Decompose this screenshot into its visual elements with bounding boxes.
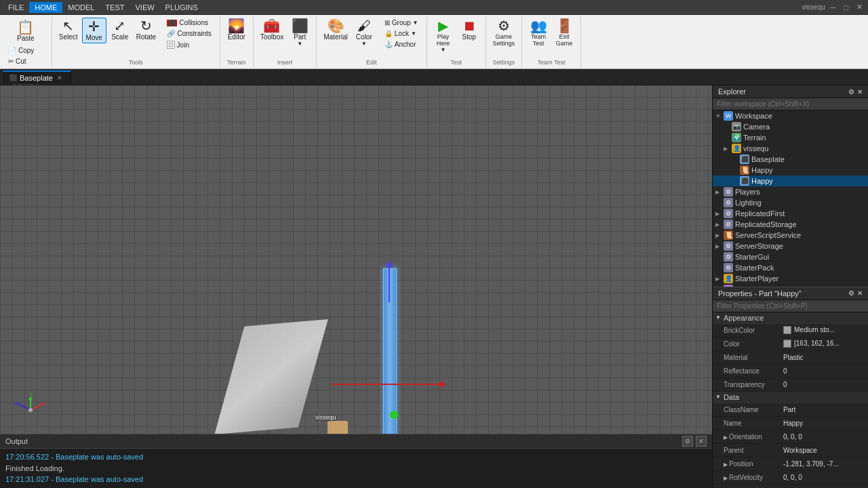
prop-section-appearance[interactable]: ▼ Appearance bbox=[713, 312, 868, 324]
explorer-close-btn[interactable]: ✕ bbox=[857, 88, 863, 96]
tree-arrow-players[interactable]: ▶ bbox=[715, 189, 724, 195]
tab-baseplate-label: Baseplate bbox=[20, 74, 53, 82]
tree-label-baseplate: Baseplate bbox=[751, 155, 785, 163]
prop-expand-arrow[interactable]: ▶ bbox=[724, 434, 728, 441]
prop-expand-arrow[interactable]: ▶ bbox=[724, 475, 728, 481]
tree-item-players[interactable]: ▶⚙Players bbox=[713, 186, 868, 197]
tree-label-serverstorage: ServerStorage bbox=[735, 242, 783, 250]
tree-item-serverscriptservice[interactable]: ▶📜ServerScriptService bbox=[713, 230, 868, 241]
select-button[interactable]: ↖ Select bbox=[56, 18, 81, 42]
prop-value-position[interactable]: -1.281, 3.709, -7... bbox=[781, 459, 868, 469]
tab-baseplate[interactable]: ⬛ Baseplate ✕ bbox=[3, 70, 71, 84]
tree-item-startergui[interactable]: ⚙StarterGui bbox=[713, 251, 868, 262]
explorer-controls: ⚙ ✕ bbox=[848, 88, 863, 96]
tree-item-terrain[interactable]: 🌍Terrain bbox=[713, 132, 868, 143]
prop-value-material[interactable]: Plastic bbox=[781, 352, 868, 363]
material-button[interactable]: 🎨 Material bbox=[321, 18, 351, 42]
output-settings-btn[interactable]: ⚙ bbox=[682, 436, 693, 447]
prop-row-orientation: ▶Orientation0, 0, 0 bbox=[713, 430, 868, 444]
tree-item-baseplate[interactable]: ⬛Baseplate bbox=[713, 154, 868, 165]
part-button[interactable]: ⬛ Part ▼ bbox=[288, 18, 312, 48]
color-button[interactable]: 🖌 Color ▼ bbox=[352, 18, 376, 48]
join-button[interactable]: □ Join bbox=[163, 39, 216, 50]
menu-home[interactable]: HOME bbox=[29, 2, 62, 13]
tree-arrow-workspace[interactable]: ▼ bbox=[715, 113, 724, 119]
prop-value-classname[interactable]: Part bbox=[781, 405, 868, 415]
game-settings-button[interactable]: ⚙ GameSettings bbox=[490, 18, 518, 48]
tree-arrow-replicatedfirst[interactable]: ▶ bbox=[715, 211, 724, 217]
tree-item-starterpack[interactable]: ⚙StarterPack bbox=[713, 262, 868, 273]
play-here-button[interactable]: ▶ PlayHere ▼ bbox=[431, 18, 456, 54]
toolbox-icon: 🧰 bbox=[263, 19, 280, 33]
tree-arrow-replicatedstorage[interactable]: ▶ bbox=[715, 222, 724, 228]
prop-value-orientation[interactable]: 0, 0, 0 bbox=[781, 432, 868, 442]
copy-button[interactable]: 📄 Copy bbox=[4, 45, 47, 56]
prop-value-parent[interactable]: Workspace bbox=[781, 445, 868, 455]
properties-close-btn[interactable]: ✕ bbox=[857, 289, 863, 297]
scale-button[interactable]: ⤢ Scale bbox=[108, 18, 132, 42]
cut-button[interactable]: ✂ Cut bbox=[4, 56, 47, 66]
menu-test[interactable]: TEST bbox=[100, 2, 130, 13]
tree-item-workspace[interactable]: ▼WWorkspace bbox=[713, 110, 868, 121]
tree-arrow-serverscriptservice[interactable]: ▶ bbox=[715, 232, 724, 239]
ribbon-section-insert: 🧰 Toolbox ⬛ Part ▼ Insert bbox=[254, 16, 317, 67]
properties-settings-btn[interactable]: ⚙ bbox=[848, 289, 854, 297]
maximize-btn[interactable]: □ bbox=[841, 3, 851, 12]
properties-search-input[interactable] bbox=[713, 300, 868, 312]
collisions-button[interactable]: ⬛ Collisions bbox=[163, 18, 216, 28]
tree-item-lighting[interactable]: ⚙Lighting bbox=[713, 197, 868, 208]
lock-button[interactable]: 🔒 Lock ▼ bbox=[380, 28, 422, 39]
move-button[interactable]: ✛ Move bbox=[82, 18, 106, 43]
tree-item-happy-parent[interactable]: 📜Happy bbox=[713, 165, 868, 176]
minimize-btn[interactable]: ─ bbox=[828, 3, 839, 12]
exit-game-button[interactable]: 🚪 ExitGame bbox=[552, 18, 576, 48]
tree-item-camera[interactable]: 📷Camera bbox=[713, 121, 868, 132]
menu-plugins[interactable]: PLUGINS bbox=[160, 2, 203, 13]
menu-view[interactable]: VIEW bbox=[130, 2, 159, 13]
menu-model[interactable]: MODEL bbox=[62, 2, 100, 13]
tree-item-starterplayer[interactable]: ▶👤StarterPlayer bbox=[713, 273, 868, 284]
prop-section-data[interactable]: ▼ Data bbox=[713, 392, 868, 403]
menu-file[interactable]: FILE bbox=[3, 2, 29, 13]
prop-row-name: NameHappy bbox=[713, 417, 868, 430]
anchor-button[interactable]: ⚓ Anchor bbox=[380, 39, 422, 49]
prop-expand-arrow[interactable]: ▶ bbox=[724, 462, 728, 468]
tree-item-replicatedfirst[interactable]: ▶⚙ReplicatedFirst bbox=[713, 208, 868, 219]
group-button[interactable]: ⊞ Group ▼ bbox=[380, 18, 422, 28]
tree-item-vissequ[interactable]: ▶👤vissequ bbox=[713, 143, 868, 154]
viewport[interactable]: vissequ X Z Y Output ⚙ ✕ bbox=[0, 85, 712, 488]
tree-arrow-vissequ[interactable]: ▶ bbox=[724, 146, 732, 152]
prop-value-velocity[interactable]: 0, 0, 0 bbox=[781, 486, 868, 489]
constraints-button[interactable]: 🔗 Constraints bbox=[163, 28, 216, 39]
prop-value-color[interactable]: [163, 162, 16... bbox=[781, 338, 868, 349]
tree-item-serverstorage[interactable]: ▶⚙ServerStorage bbox=[713, 241, 868, 251]
stop-button[interactable]: ⏹ Stop bbox=[457, 18, 481, 42]
prop-name-velocity: ▶Velocity bbox=[713, 486, 781, 489]
prop-name-orientation: ▶Orientation bbox=[713, 432, 781, 442]
paste-button[interactable]: 📋 Paste bbox=[4, 18, 47, 45]
close-btn[interactable]: ✕ bbox=[854, 3, 865, 12]
tree-icon-startergui: ⚙ bbox=[724, 252, 733, 262]
tree-item-replicatedstorage[interactable]: ▶⚙ReplicatedStorage bbox=[713, 219, 868, 230]
tree-arrow-serverstorage[interactable]: ▶ bbox=[715, 243, 724, 249]
tree-arrow-starterplayer[interactable]: ▶ bbox=[715, 276, 724, 282]
rotate-button[interactable]: ↻ Rotate bbox=[134, 18, 159, 42]
play-here-icon: ▶ bbox=[438, 19, 448, 33]
tree-icon-replicatedstorage: ⚙ bbox=[724, 220, 733, 229]
tab-close-btn[interactable]: ✕ bbox=[56, 75, 64, 81]
explorer-search-input[interactable] bbox=[713, 98, 868, 110]
tree-item-happy-selected[interactable]: ⬛Happy bbox=[713, 176, 868, 186]
output-close-btn[interactable]: ✕ bbox=[696, 436, 707, 447]
play-here-dropdown-icon: ▼ bbox=[441, 47, 446, 53]
terrain-buttons: 🌄 Editor bbox=[224, 18, 249, 58]
explorer-settings-btn[interactable]: ⚙ bbox=[848, 88, 854, 96]
toolbox-button[interactable]: 🧰 Toolbox bbox=[258, 18, 286, 42]
prop-value-brickcolor[interactable]: Medium sto... bbox=[781, 325, 868, 336]
editor-button[interactable]: 🌄 Editor bbox=[224, 18, 249, 42]
team-test-icon: 👥 bbox=[530, 19, 547, 33]
prop-value-transparency[interactable]: 0 bbox=[781, 380, 868, 390]
prop-value-name[interactable]: Happy bbox=[781, 418, 868, 428]
prop-value-reflectance[interactable]: 0 bbox=[781, 366, 868, 376]
prop-value-rotvelocity[interactable]: 0, 0, 0 bbox=[781, 472, 868, 483]
team-test-button[interactable]: 👥 TeamTest bbox=[526, 18, 551, 48]
